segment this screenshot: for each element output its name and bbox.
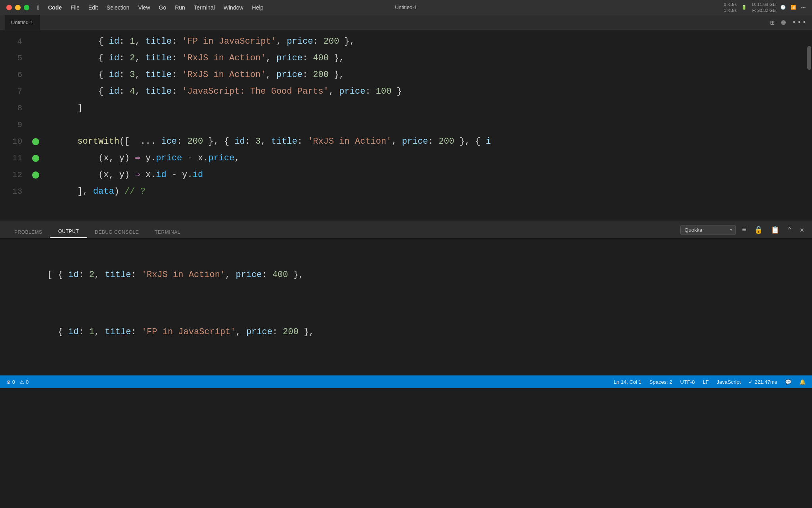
code-editor[interactable]: 4 { id: 1, title: 'FP in JavaScript', pr…	[0, 30, 812, 221]
menu-go[interactable]: Go	[155, 4, 170, 12]
system-net-info: 0 KB/s 1 KB/s	[724, 2, 736, 13]
titlebar-right: 0 KB/s 1 KB/s 🔋 U: 11.68 GB F: 20.32 GB …	[724, 2, 806, 13]
minimize-button[interactable]	[15, 5, 21, 10]
tab-problems[interactable]: PROBLEMS	[6, 226, 50, 238]
status-position[interactable]: Ln 14, Col 1	[614, 379, 642, 385]
panel-toolbar: Quokka ≡ 🔒 📋 ⌃ ✕	[680, 225, 806, 238]
menu-help[interactable]: Help	[248, 4, 268, 12]
output-source-select-wrapper[interactable]: Quokka	[680, 225, 736, 235]
menu-file[interactable]: File	[67, 4, 84, 12]
close-panel-icon[interactable]: ✕	[798, 225, 806, 235]
close-button[interactable]	[6, 5, 12, 10]
split-editor-icon[interactable]: ⊞	[770, 18, 775, 27]
tab-untitled[interactable]: Untitled-1	[5, 15, 40, 30]
status-language[interactable]: JavaScript	[717, 379, 741, 385]
tab-output[interactable]: OUTPUT	[50, 225, 87, 238]
line-content-13: ], data) // ?	[40, 167, 812, 217]
list-icon[interactable]: ≡	[741, 225, 748, 235]
line-number-8: 8	[0, 100, 32, 117]
panel-tabs: PROBLEMS OUTPUT DEBUG CONSOLE TERMINAL Q…	[0, 221, 812, 239]
warning-icon: ⚠	[19, 379, 24, 385]
panel-output: [ { id: 2, title: 'RxJS in Action', pric…	[0, 239, 812, 375]
battery-icon: 🔋	[741, 5, 747, 10]
line-number-7: 7	[0, 83, 32, 100]
menu-edit[interactable]: Edit	[84, 4, 102, 12]
line-number-9: 9	[0, 117, 32, 133]
warning-count: 0	[26, 379, 29, 385]
statusbar: ⊗ 0 ⚠ 0 Ln 14, Col 1 Spaces: 2 UTF-8 LF …	[0, 375, 812, 388]
more-actions-icon[interactable]: •••	[792, 19, 807, 27]
tab-bar-icons: ⊞ •••	[770, 18, 807, 27]
status-timing: ✓ 221.47ms	[749, 379, 777, 385]
menu-bar:  Code File Edit Selection View Go Run T…	[33, 4, 267, 12]
error-count: 0	[12, 379, 15, 385]
status-eol[interactable]: LF	[703, 379, 709, 385]
status-errors[interactable]: ⊗ 0 ⚠ 0	[6, 379, 29, 385]
menu-code[interactable]: Code	[44, 4, 66, 12]
line-number-12: 12	[0, 167, 32, 183]
lock-icon[interactable]: 🔒	[753, 225, 764, 235]
error-icon: ⊗	[6, 379, 11, 385]
menu-view[interactable]: View	[134, 4, 154, 12]
tab-label: Untitled-1	[11, 19, 33, 25]
titlebar-left:  Code File Edit Selection View Go Run T…	[6, 4, 267, 12]
gutter-12	[32, 171, 40, 179]
status-dot	[781, 20, 786, 25]
status-right: Ln 14, Col 1 Spaces: 2 UTF-8 LF JavaScri…	[614, 379, 806, 385]
output-line-1: [ { id: 2, title: 'RxJS in Action', pric…	[16, 246, 796, 304]
line-number-11: 11	[0, 150, 32, 167]
code-line-13: 13 ], data) // ?	[0, 183, 812, 200]
feedback-icon[interactable]: 💬	[785, 379, 791, 385]
line-number-6: 6	[0, 67, 32, 83]
maximize-button[interactable]	[24, 5, 29, 10]
panel-area: PROBLEMS OUTPUT DEBUG CONSOLE TERMINAL Q…	[0, 221, 812, 375]
more-icon: •••	[801, 5, 806, 10]
line-number-5: 5	[0, 50, 32, 67]
line-number-4: 4	[0, 33, 32, 50]
output-source-select[interactable]: Quokka	[680, 225, 736, 235]
status-encoding[interactable]: UTF-8	[680, 379, 695, 385]
menu-run[interactable]: Run	[171, 4, 189, 12]
window-title: Untitled-1	[395, 4, 417, 10]
output-line-2: { id: 1, title: 'FP in JavaScript', pric…	[16, 304, 796, 361]
wifi-icon: 📶	[791, 5, 796, 10]
gutter-11	[32, 155, 40, 162]
chevron-up-icon[interactable]: ⌃	[786, 225, 793, 235]
gutter-10	[32, 138, 40, 145]
status-left: ⊗ 0 ⚠ 0	[6, 379, 29, 385]
output-line-3: { id: 3, title: 'RxJS in Action', price:…	[16, 361, 796, 375]
menu-apple[interactable]: 	[33, 4, 43, 12]
menu-selection[interactable]: Selection	[103, 4, 134, 12]
code-line-8: 8 ]	[0, 100, 812, 117]
system-memory-info: U: 11.68 GB F: 20.32 GB	[752, 2, 776, 13]
status-spaces[interactable]: Spaces: 2	[649, 379, 672, 385]
tab-terminal[interactable]: TERMINAL	[147, 226, 188, 238]
menu-terminal[interactable]: Terminal	[190, 4, 219, 12]
notification-icon[interactable]: 🔔	[799, 379, 806, 385]
clock-icon: 🕐	[780, 5, 786, 10]
traffic-lights	[6, 5, 29, 10]
tab-debug-console[interactable]: DEBUG CONSOLE	[87, 226, 147, 238]
titlebar:  Code File Edit Selection View Go Run T…	[0, 0, 812, 15]
line-number-13: 13	[0, 183, 32, 200]
copy-icon[interactable]: 📋	[769, 225, 781, 235]
tab-bar: Untitled-1 ⊞ •••	[0, 15, 812, 30]
line-number-10: 10	[0, 133, 32, 150]
menu-window[interactable]: Window	[220, 4, 247, 12]
